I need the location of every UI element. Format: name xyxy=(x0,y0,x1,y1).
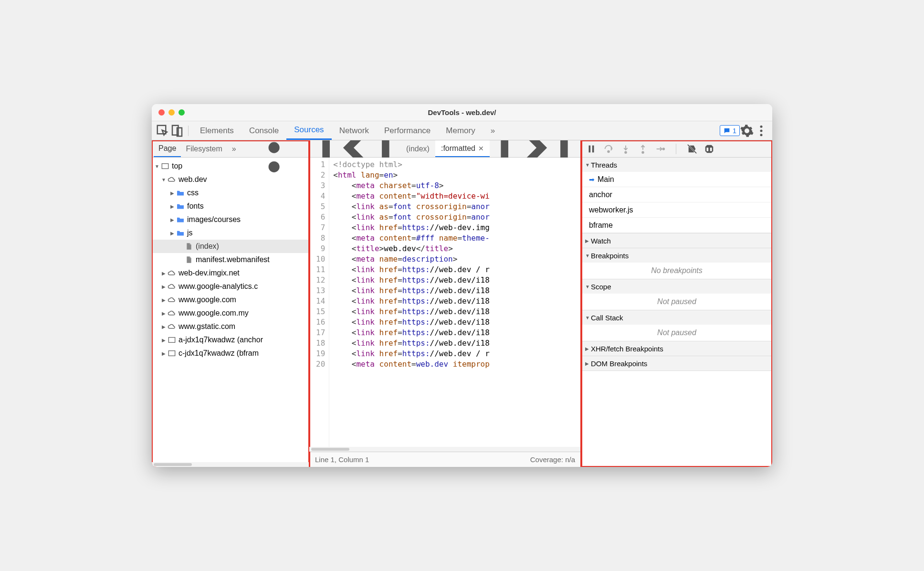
tree-item[interactable]: manifest.webmanifest xyxy=(152,253,309,266)
messages-badge[interactable]: 1 xyxy=(720,125,740,136)
tree-item[interactable]: (index) xyxy=(152,240,309,253)
line-number[interactable]: 19 xyxy=(316,349,325,359)
section-toggle-icon: ▼ xyxy=(585,162,591,168)
pause-on-exceptions-icon[interactable] xyxy=(704,144,714,154)
settings-gear-icon[interactable] xyxy=(740,124,754,138)
nav-tab-page[interactable]: Page xyxy=(154,140,181,157)
inspect-element-icon[interactable] xyxy=(156,124,170,138)
tree-item-label: a-jdx1q7kwadwz (anchor xyxy=(178,336,263,344)
code-editor[interactable]: 1234567891011121314151617181920 <!doctyp… xyxy=(309,158,581,447)
thread-item[interactable]: ➡Main xyxy=(581,172,772,187)
main-tab-performance[interactable]: Performance xyxy=(377,121,438,140)
section-toggle-icon: ▶ xyxy=(585,238,591,243)
main-tab-sources[interactable]: Sources xyxy=(286,121,331,140)
section-header[interactable]: ▶XHR/fetch Breakpoints xyxy=(581,341,772,356)
tree-item[interactable]: ▶js xyxy=(152,226,309,240)
editor-scrollbar[interactable] xyxy=(309,447,581,452)
folder-icon xyxy=(176,216,185,223)
maximize-window-button[interactable] xyxy=(178,109,185,116)
svg-rect-14 xyxy=(589,145,591,152)
device-toolbar-icon[interactable] xyxy=(170,124,184,138)
close-tab-icon[interactable]: ✕ xyxy=(478,145,484,152)
line-number[interactable]: 11 xyxy=(316,264,325,275)
tree-item[interactable]: ▶www.gstatic.com xyxy=(152,320,309,333)
line-number[interactable]: 14 xyxy=(316,296,325,307)
code-line: <meta content=web.dev itemprop xyxy=(333,359,490,370)
editor-tab[interactable]: (index) xyxy=(400,140,435,157)
line-number[interactable]: 18 xyxy=(316,338,325,349)
folder-icon xyxy=(176,230,185,236)
step-over-icon[interactable] xyxy=(603,144,614,154)
tree-item[interactable]: ▶www.google-analytics.c xyxy=(152,280,309,293)
svg-point-7 xyxy=(268,142,279,153)
expand-arrow-icon: ▶ xyxy=(160,338,167,343)
line-number[interactable]: 12 xyxy=(316,275,325,286)
thread-item[interactable]: bframe xyxy=(581,218,772,233)
tree-scrollbar[interactable] xyxy=(152,462,309,467)
tree-item[interactable]: ▶www.google.com xyxy=(152,293,309,307)
file-tree: ▼top▼web.dev▶css▶fonts▶images/courses▶js… xyxy=(152,158,309,462)
step-icon[interactable] xyxy=(655,144,665,154)
tabs-overflow-icon[interactable]: » xyxy=(483,121,503,140)
line-number[interactable]: 16 xyxy=(316,317,325,328)
line-number[interactable]: 4 xyxy=(316,191,325,201)
minimize-window-button[interactable] xyxy=(168,109,175,116)
line-number[interactable]: 1 xyxy=(316,159,325,170)
section-header[interactable]: ▼Scope xyxy=(581,279,772,294)
line-number[interactable]: 6 xyxy=(316,212,325,222)
cloud-icon xyxy=(167,283,177,290)
line-number[interactable]: 5 xyxy=(316,201,325,212)
section-header[interactable]: ▶DOM Breakpoints xyxy=(581,356,772,370)
tree-item-label: www.gstatic.com xyxy=(178,322,235,331)
titlebar: DevTools - web.dev/ xyxy=(152,104,772,121)
line-number[interactable]: 8 xyxy=(316,233,325,243)
line-number[interactable]: 3 xyxy=(316,180,325,191)
line-number[interactable]: 2 xyxy=(316,170,325,180)
main-tab-elements[interactable]: Elements xyxy=(192,121,242,140)
nav-tabs-overflow-icon[interactable]: » xyxy=(227,140,241,157)
section-header[interactable]: ▼Call Stack xyxy=(581,310,772,325)
tree-item[interactable]: ▶www.google.com.my xyxy=(152,307,309,320)
editor-tab[interactable]: :formatted✕ xyxy=(435,140,490,157)
line-number[interactable]: 7 xyxy=(316,222,325,233)
step-out-icon[interactable] xyxy=(638,144,648,154)
tree-item-label: top xyxy=(172,162,182,170)
pause-icon[interactable] xyxy=(586,144,597,154)
expand-arrow-icon: ▼ xyxy=(154,164,160,169)
expand-arrow-icon: ▶ xyxy=(160,324,167,329)
thread-item[interactable]: anchor xyxy=(581,187,772,202)
frame-icon xyxy=(167,350,177,357)
section-body: ➡Mainanchorwebworker.jsbframe xyxy=(581,172,772,233)
section-toggle-icon: ▼ xyxy=(585,284,591,289)
step-into-icon[interactable] xyxy=(620,144,631,154)
main-tab-console[interactable]: Console xyxy=(242,121,286,140)
section-title: Scope xyxy=(591,283,611,291)
main-tab-memory[interactable]: Memory xyxy=(438,121,483,140)
section-header[interactable]: ▶Watch xyxy=(581,233,772,248)
line-number[interactable]: 15 xyxy=(316,307,325,317)
cloud-icon xyxy=(167,296,177,303)
tree-item[interactable]: ▶css xyxy=(152,186,309,200)
close-window-button[interactable] xyxy=(158,109,165,116)
thread-item[interactable]: webworker.js xyxy=(581,202,772,218)
main-tab-network[interactable]: Network xyxy=(332,121,377,140)
tree-item[interactable]: ▶fonts xyxy=(152,200,309,213)
tree-item[interactable]: ▼top xyxy=(152,159,309,173)
more-menu-icon[interactable] xyxy=(754,124,768,138)
tree-item[interactable]: ▼web.dev xyxy=(152,173,309,186)
nav-tab-filesystem[interactable]: Filesystem xyxy=(181,140,227,157)
line-number[interactable]: 13 xyxy=(316,286,325,296)
expand-arrow-icon: ▶ xyxy=(169,204,176,209)
tree-item[interactable]: ▶a-jdx1q7kwadwz (anchor xyxy=(152,333,309,347)
line-number[interactable]: 10 xyxy=(316,254,325,264)
tree-item[interactable]: ▶web-dev.imgix.net xyxy=(152,266,309,280)
line-number[interactable]: 20 xyxy=(316,359,325,370)
deactivate-breakpoints-icon[interactable] xyxy=(687,144,697,154)
tree-item[interactable]: ▶c-jdx1q7kwadwz (bfram xyxy=(152,347,309,360)
line-number[interactable]: 9 xyxy=(316,243,325,254)
line-number[interactable]: 17 xyxy=(316,328,325,338)
tree-item[interactable]: ▶images/courses xyxy=(152,213,309,226)
section-header[interactable]: ▼Threads xyxy=(581,158,772,172)
code-line: <link href=https://web.dev/i18 xyxy=(333,307,490,317)
section-header[interactable]: ▼Breakpoints xyxy=(581,248,772,263)
